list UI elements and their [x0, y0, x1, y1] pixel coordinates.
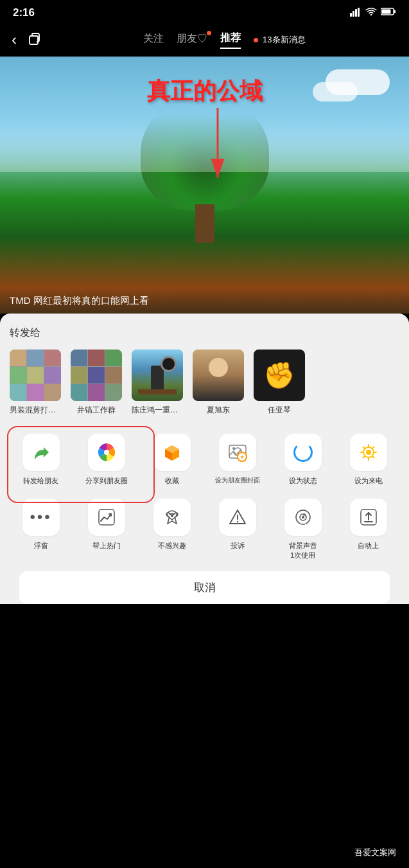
wifi-icon: [365, 7, 377, 19]
friends-dot: [207, 31, 211, 35]
svg-rect-2: [355, 9, 357, 17]
contacts-row: 男装混剪打卡营工作群 井镐工作群: [10, 350, 399, 416]
svg-rect-5: [394, 10, 396, 13]
svg-line-28: [372, 456, 374, 458]
contact-avatar: [193, 350, 244, 401]
action-label: 设为状态: [289, 476, 317, 485]
status-bar: 2:16: [0, 0, 409, 23]
share-title: 转发给: [10, 326, 399, 340]
action-label: 浮窗: [34, 541, 48, 550]
svg-rect-7: [30, 36, 38, 44]
nav-bar: ‹ 关注 朋友♡ 推荐 13条新消息: [0, 23, 409, 57]
brand-watermark: 吾爱文案网: [348, 844, 403, 862]
svg-rect-31: [99, 509, 114, 525]
video-bottom-text: TMD 网红最初将真的口能网上看: [0, 288, 409, 314]
contact-avatar: [132, 350, 183, 401]
report-icon-wrap: [219, 499, 256, 536]
tab-friends[interactable]: 朋友♡: [177, 32, 207, 48]
action-label: 设为来电: [354, 476, 383, 485]
svg-point-38: [236, 521, 238, 522]
video-area: 真正的公域 TMD 网红最初将真的口能网上看: [0, 57, 409, 314]
contact-item[interactable]: 夏旭东: [193, 350, 244, 416]
action-bg-sound[interactable]: 背景声音 1次使用: [272, 493, 334, 565]
action-set-ringtone[interactable]: 设为来电: [337, 429, 399, 490]
action-label: 背景声音 1次使用: [289, 541, 317, 560]
action-label: 分享到朋友圈: [85, 476, 128, 485]
new-msg-dot: [254, 38, 258, 42]
copy-icon[interactable]: [22, 29, 46, 51]
action-forward[interactable]: 转发给朋友: [10, 429, 72, 490]
svg-line-29: [372, 447, 374, 449]
status-time: 2:16: [13, 6, 35, 19]
pip-icon-wrap: •••: [22, 499, 60, 536]
action-collect[interactable]: 收藏: [141, 429, 203, 490]
video-scene: 真正的公域 TMD 网红最初将真的口能网上看: [0, 57, 409, 314]
bg-sound-icon-wrap: [284, 499, 322, 536]
set-ringtone-icon-wrap: [350, 434, 387, 471]
new-messages[interactable]: 13条新消息: [254, 34, 305, 46]
contact-name: 井镐工作群: [77, 405, 116, 416]
back-button[interactable]: ‹: [6, 28, 22, 51]
action-not-interested[interactable]: 不感兴趣: [141, 493, 203, 565]
action-trending[interactable]: 帮上热门: [75, 493, 137, 565]
svg-rect-0: [350, 13, 352, 17]
action-set-cover[interactable]: 设为朋友圈封面: [206, 429, 268, 490]
svg-line-27: [363, 447, 365, 449]
tab-follow[interactable]: 关注: [143, 32, 164, 48]
action-label: 设为朋友圈封面: [215, 476, 260, 484]
actions-row-1: 转发给朋友 分享到朋友圈: [10, 429, 399, 490]
actions-section: 转发给朋友 分享到朋友圈: [10, 429, 399, 565]
svg-point-18: [232, 447, 235, 450]
trending-icon-wrap: [88, 499, 125, 536]
contact-name: 任亚琴: [268, 405, 291, 416]
collect-icon-wrap: [153, 434, 191, 471]
contact-avatar: [10, 350, 61, 401]
action-label: 收藏: [165, 476, 179, 485]
svg-rect-3: [358, 8, 360, 17]
svg-point-22: [366, 450, 371, 455]
not-interested-icon-wrap: [153, 499, 191, 536]
share-panel: 转发给 男装混剪打卡营工作群 井镐工作群: [0, 314, 409, 604]
svg-line-35: [172, 515, 173, 517]
cancel-button[interactable]: 取消: [19, 571, 390, 604]
action-label: 转发给朋友: [23, 476, 58, 485]
video-arrow: [198, 108, 237, 188]
tab-recommend[interactable]: 推荐: [220, 31, 241, 49]
action-label: 不感兴趣: [158, 541, 186, 550]
action-set-status[interactable]: 设为状态: [272, 429, 334, 490]
contact-name: 男装混剪打卡营工作群: [10, 405, 61, 416]
contact-item[interactable]: ✊ 任亚琴: [254, 350, 305, 416]
contact-item[interactable]: 陈庄鸿一重庆一视频...: [132, 350, 183, 416]
forward-icon-wrap: [22, 434, 60, 471]
pip-dots-icon: •••: [30, 508, 51, 526]
share-moments-icon-wrap: [88, 434, 125, 471]
contact-avatar: ✊: [254, 350, 305, 401]
contact-name: 陈庄鸿一重庆一视频...: [132, 405, 183, 416]
contact-item[interactable]: 井镐工作群: [71, 350, 122, 416]
svg-rect-6: [382, 10, 391, 14]
action-auto-upload[interactable]: 自动上: [337, 493, 399, 565]
set-status-icon-wrap: [284, 434, 322, 471]
action-label: 帮上热门: [92, 541, 121, 550]
contact-name: 夏旭东: [207, 405, 230, 416]
action-pip[interactable]: ••• 浮窗: [10, 493, 72, 565]
status-icons: [350, 7, 396, 19]
svg-line-30: [363, 456, 365, 458]
video-title: 真正的公域: [147, 76, 263, 107]
status-ring-icon: [293, 443, 313, 462]
set-cover-icon-wrap: [219, 434, 256, 471]
fist-icon: ✊: [263, 360, 295, 391]
action-label: 自动上: [358, 541, 379, 550]
contact-item[interactable]: 男装混剪打卡营工作群: [10, 350, 61, 416]
signal-icon: [350, 8, 361, 19]
action-share-moments[interactable]: 分享到朋友圈: [75, 429, 137, 490]
auto-upload-icon-wrap: [350, 499, 387, 536]
svg-point-11: [104, 450, 109, 455]
action-report[interactable]: 投诉: [206, 493, 268, 565]
battery-icon: [381, 7, 396, 19]
contact-avatar: [71, 350, 122, 401]
action-label: 投诉: [231, 541, 245, 550]
nav-tabs: 关注 朋友♡ 推荐 13条新消息: [46, 31, 403, 49]
actions-row-2: ••• 浮窗 帮上热门: [10, 493, 399, 565]
svg-rect-1: [352, 11, 354, 17]
